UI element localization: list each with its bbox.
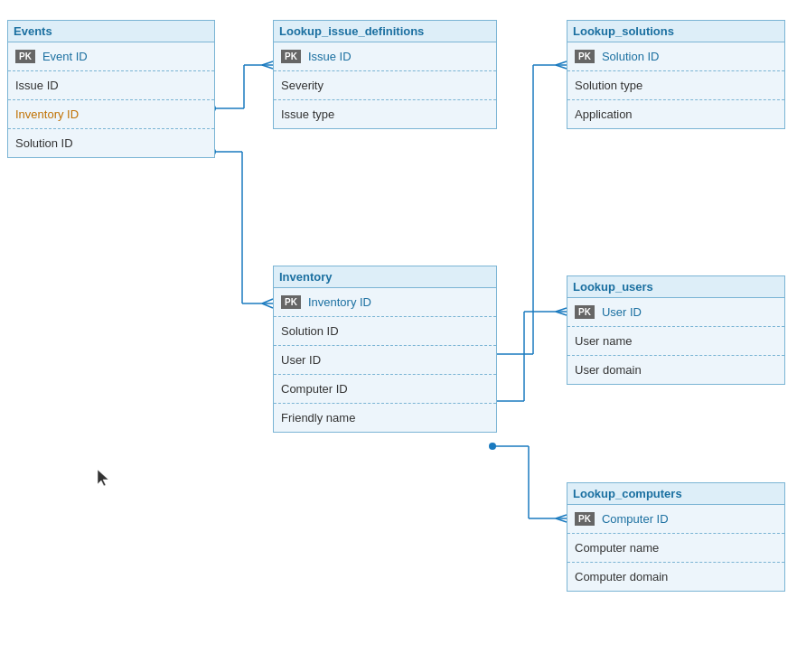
- svg-line-4: [262, 65, 273, 69]
- inventory-title: Inventory: [274, 266, 496, 287]
- inventory-body: PK Inventory ID Solution ID User ID Comp…: [274, 287, 496, 432]
- cursor: [98, 470, 108, 486]
- field-inventory-id-events: Inventory ID: [15, 107, 79, 121]
- svg-line-16: [556, 65, 567, 69]
- svg-line-22: [556, 312, 567, 315]
- field-solution-id-events: Solution ID: [15, 136, 73, 150]
- events-row-inventoryid: Inventory ID: [8, 99, 214, 128]
- lookup-users-body: PK User ID User name User domain: [567, 297, 784, 384]
- pk-badge: PK: [15, 50, 35, 63]
- events-row-solutionid: Solution ID: [8, 128, 214, 157]
- field-solution-type: Solution type: [575, 79, 642, 92]
- lookup-users-row-userdomain: User domain: [567, 355, 784, 384]
- field-solution-id-inventory: Solution ID: [281, 324, 339, 338]
- field-computer-id-lookup: Computer ID: [602, 512, 669, 526]
- inventory-row-userid: User ID: [274, 345, 496, 374]
- lookup-issue-title: Lookup_issue_definitions: [274, 21, 496, 42]
- lookup-computers-body: PK Computer ID Computer name Computer do…: [567, 504, 784, 591]
- field-event-id: Event ID: [42, 50, 88, 63]
- field-user-id-lookup: User ID: [602, 305, 642, 319]
- lookup-users-table: Lookup_users PK User ID User name User d…: [567, 275, 785, 385]
- lookup-issue-row-issueid: PK Issue ID: [274, 42, 496, 70]
- lookup-solutions-row-app: Application: [567, 99, 784, 128]
- field-severity: Severity: [281, 79, 323, 92]
- lookup-solutions-body: PK Solution ID Solution type Application: [567, 42, 784, 128]
- lookup-solutions-title: Lookup_solutions: [567, 21, 784, 42]
- lookup-users-title: Lookup_users: [567, 276, 784, 297]
- events-title: Events: [8, 21, 214, 42]
- svg-marker-30: [98, 470, 108, 486]
- pk-badge-users: PK: [575, 305, 595, 319]
- field-issue-type: Issue type: [281, 107, 334, 121]
- svg-point-29: [489, 443, 496, 450]
- lookup-computers-table: Lookup_computers PK Computer ID Computer…: [567, 482, 785, 592]
- lookup-issue-row-severity: Severity: [274, 70, 496, 99]
- pk-badge-computers: PK: [575, 512, 595, 526]
- field-inventory-id: Inventory ID: [308, 295, 371, 309]
- field-user-domain: User domain: [575, 363, 642, 377]
- svg-line-3: [262, 61, 273, 65]
- svg-line-10: [262, 303, 273, 308]
- field-issue-id-lookup: Issue ID: [308, 50, 352, 63]
- lookup-computers-title: Lookup_computers: [567, 483, 784, 504]
- diagram-area: Events PK Event ID Issue ID Inventory ID…: [0, 0, 797, 672]
- events-table: Events PK Event ID Issue ID Inventory ID…: [7, 20, 215, 158]
- inventory-row-computerid: Computer ID: [274, 374, 496, 403]
- lookup-users-row-username: User name: [567, 326, 784, 355]
- lookup-solutions-table: Lookup_solutions PK Solution ID Solution…: [567, 20, 785, 129]
- field-computer-domain: Computer domain: [575, 570, 668, 583]
- events-body: PK Event ID Issue ID Inventory ID Soluti…: [8, 42, 214, 157]
- lookup-issue-table: Lookup_issue_definitions PK Issue ID Sev…: [273, 20, 497, 129]
- field-application: Application: [575, 107, 633, 121]
- lookup-computers-row-computerdomain: Computer domain: [567, 562, 784, 591]
- svg-line-9: [262, 299, 273, 303]
- lookup-solutions-row-solutionid: PK Solution ID: [567, 42, 784, 70]
- inventory-table: Inventory PK Inventory ID Solution ID Us…: [273, 266, 497, 433]
- field-computer-name: Computer name: [575, 541, 659, 555]
- pk-badge-issue: PK: [281, 50, 301, 63]
- field-user-id-inventory: User ID: [281, 353, 321, 367]
- svg-line-27: [556, 515, 567, 518]
- inventory-row-friendlyname: Friendly name: [274, 403, 496, 432]
- inventory-row-inventoryid: PK Inventory ID: [274, 287, 496, 316]
- lookup-computers-row-computername: Computer name: [567, 533, 784, 562]
- events-row-eventid: PK Event ID: [8, 42, 214, 70]
- field-user-name: User name: [575, 334, 633, 348]
- field-friendly-name: Friendly name: [281, 411, 355, 425]
- pk-badge-inventory: PK: [281, 295, 301, 309]
- lookup-computers-row-computerid: PK Computer ID: [567, 504, 784, 533]
- field-solution-id-lookup: Solution ID: [602, 50, 660, 63]
- field-issue-id-events: Issue ID: [15, 79, 59, 92]
- lookup-users-row-userid: PK User ID: [567, 297, 784, 326]
- pk-badge-solutions: PK: [575, 50, 595, 63]
- lookup-solutions-row-type: Solution type: [567, 70, 784, 99]
- events-row-issueid: Issue ID: [8, 70, 214, 99]
- lookup-issue-body: PK Issue ID Severity Issue type: [274, 42, 496, 128]
- svg-line-21: [556, 308, 567, 312]
- lookup-issue-row-issuetype: Issue type: [274, 99, 496, 128]
- inventory-row-solutionid: Solution ID: [274, 316, 496, 345]
- svg-line-28: [556, 518, 567, 522]
- svg-line-15: [556, 61, 567, 65]
- field-computer-id-inventory: Computer ID: [281, 382, 348, 396]
